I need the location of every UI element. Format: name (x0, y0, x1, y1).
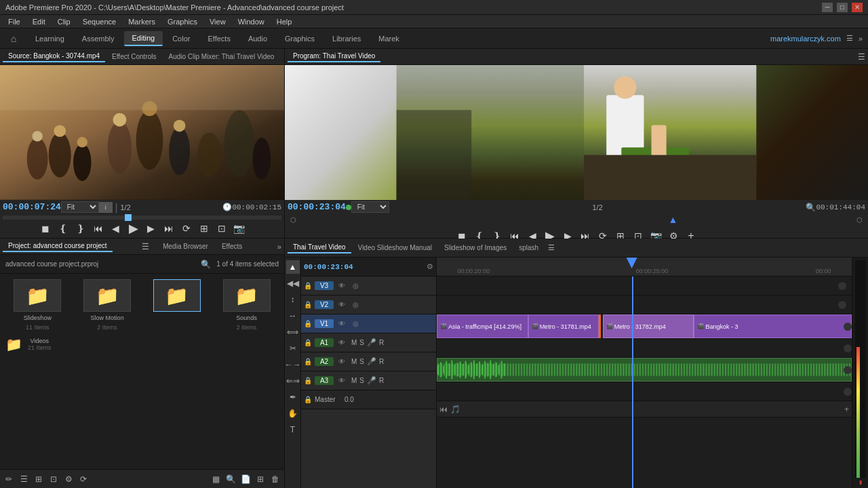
a3-m-btn[interactable]: M (351, 377, 357, 384)
clip-bangkok[interactable]: 🎬 Bangkok - 3 (694, 314, 852, 338)
program-zoom-icon[interactable]: 🔍 (806, 203, 816, 212)
timeline-timecode[interactable]: 00:00:23:04 (304, 263, 365, 271)
track-v3-end-handle[interactable] (838, 282, 846, 290)
track-a3-end-handle[interactable] (844, 388, 852, 396)
ws-tab-effects[interactable]: Effects (199, 32, 238, 45)
menu-sequence[interactable]: Sequence (77, 16, 122, 27)
timeline-panel-menu[interactable]: ☰ (548, 243, 555, 252)
project-videos-row[interactable]: 📁 Videos 21 Items (5, 333, 279, 355)
source-overwrite-btn[interactable]: ⊡ (215, 222, 229, 235)
ripple-edit-tool[interactable]: ↕ (286, 293, 300, 306)
clip-metro-31781[interactable]: 🎬 Metro - 31781.mp4 (528, 314, 599, 338)
program-tab[interactable]: Program: Thai Travel Video (288, 51, 380, 62)
master-lock-icon[interactable]: 🔒 (304, 396, 312, 403)
razor-tool[interactable]: ✂ (286, 342, 300, 355)
source-scrub-thumb[interactable] (125, 214, 132, 221)
a3-eye-icon[interactable]: 👁 (336, 375, 347, 386)
source-mark-out-btn[interactable]: ❵ (74, 222, 87, 235)
v2-target-icon[interactable]: ◎ (350, 300, 361, 310)
project-item-slideshow[interactable]: 📁 Slideshow 11 Items (5, 279, 70, 331)
effects-tab[interactable]: Effects (216, 241, 248, 251)
slide-view-button[interactable]: ▦ (210, 473, 222, 485)
slide-tool[interactable]: ⇐⇒ (286, 374, 300, 388)
clip-metro-31782[interactable]: 🎬 Metro - 31782.mp4 (603, 314, 694, 338)
menu-view[interactable]: View (204, 16, 231, 27)
a1-lock-icon[interactable]: 🔒 (304, 339, 312, 346)
ws-tab-editing[interactable]: Editing (124, 31, 163, 46)
v2-eye-icon[interactable]: 👁 (336, 300, 347, 310)
new-item-button[interactable]: 📄 (239, 473, 252, 485)
workspace-menu-icon[interactable]: ☰ (846, 34, 853, 43)
source-step-back-btn[interactable]: ◀ (109, 222, 123, 235)
track-a1-end-handle[interactable] (844, 344, 852, 352)
source-scrub-bar[interactable] (3, 216, 281, 220)
v1-target-icon[interactable]: ◎ (350, 319, 361, 329)
menu-window[interactable]: Window (233, 16, 270, 27)
minimize-button[interactable]: ─ (822, 3, 833, 12)
source-play-btn[interactable]: ▶ (127, 222, 140, 235)
ws-tab-audio[interactable]: Audio (240, 32, 275, 45)
v2-lock-icon[interactable]: 🔒 (304, 301, 312, 308)
source-tab-audio-mixer[interactable]: Audio Clip Mixer: Thai Travel Video (163, 52, 280, 62)
a2-r-btn[interactable]: R (379, 358, 384, 365)
ws-tab-libraries[interactable]: Libraries (324, 32, 369, 45)
project-item-slow-motion[interactable]: 📁 Slow Motion 2 Items (75, 279, 140, 331)
track-v2-end-handle[interactable] (838, 301, 846, 309)
a3-r-btn[interactable]: R (379, 377, 384, 384)
tl-mark-btn[interactable]: 🎵 (450, 405, 460, 414)
rate-stretch-tool[interactable]: ⟺ (286, 325, 300, 339)
audio-waveform-clip[interactable] (437, 358, 852, 382)
search-button[interactable]: 🔍 (224, 473, 237, 485)
source-go-out-btn[interactable]: ⏭ (162, 222, 176, 235)
list-view-button[interactable]: ☰ (18, 473, 30, 485)
program-timecode[interactable]: 00:00:23:04 (288, 202, 346, 212)
pen-tool[interactable]: ✒ (286, 390, 300, 404)
source-safe-margins-button[interactable]: i (99, 202, 113, 213)
menu-markers[interactable]: Markers (123, 16, 161, 27)
ws-tab-learning[interactable]: Learning (27, 32, 73, 45)
track-select-tool[interactable]: ◀◀ (286, 277, 300, 290)
ws-tab-assembly[interactable]: Assembly (74, 32, 123, 45)
menu-edit[interactable]: Edit (27, 16, 51, 27)
a2-eye-icon[interactable]: 👁 (336, 357, 347, 367)
clear-button[interactable]: ⊞ (254, 473, 267, 485)
slip-tool[interactable]: ←→ (286, 358, 300, 371)
v1-eye-icon[interactable]: 👁 (336, 319, 347, 329)
menu-graphics[interactable]: Graphics (162, 16, 203, 27)
source-tab-effect-controls[interactable]: Effect Controls (106, 52, 161, 62)
type-tool[interactable]: T (286, 423, 300, 436)
ws-tab-graphics[interactable]: Graphics (277, 32, 323, 45)
source-insert-btn[interactable]: ⊞ (197, 222, 211, 235)
timeline-tab-splash[interactable]: splash (513, 243, 544, 253)
icon-view-button[interactable]: ⊞ (33, 473, 45, 485)
source-tab-bangkok[interactable]: Source: Bangkok - 30744.mp4 (3, 51, 105, 62)
a1-mic-icon[interactable]: 🎤 (367, 338, 376, 347)
a1-m-btn[interactable]: M (351, 339, 357, 346)
workspace-expand-icon[interactable]: » (859, 35, 863, 43)
project-item-sounds[interactable]: 📁 Sounds 2 Items (214, 279, 279, 331)
close-button[interactable]: ✕ (852, 3, 863, 12)
timeline-tab-slideshow-manual[interactable]: Video Slideshow Manual (353, 243, 437, 253)
menu-clip[interactable]: Clip (52, 16, 76, 27)
project-panel-menu[interactable]: ☰ (142, 242, 149, 251)
media-browser-tab[interactable]: Media Browser (157, 241, 214, 251)
program-fit-select[interactable]: Fit 25% 50% 100% (351, 201, 389, 213)
timeline-tab-thai[interactable]: Thai Travel Video (288, 242, 351, 253)
sort-button[interactable]: ⚙ (62, 473, 75, 485)
timeline-tab-slideshow-images[interactable]: Slideshow of Images (439, 243, 512, 253)
a3-mic-icon[interactable]: 🎤 (367, 376, 376, 385)
a3-lock-icon[interactable]: 🔒 (304, 377, 312, 384)
timeline-settings-icon[interactable]: ⚙ (427, 262, 433, 271)
a2-m-btn[interactable]: M (351, 358, 357, 365)
a1-eye-icon[interactable]: 👁 (336, 338, 347, 348)
program-panel-menu[interactable]: ☰ (858, 52, 865, 62)
source-timecode[interactable]: 00:00:07:24 (3, 202, 61, 212)
clip-asia-traffic[interactable]: 🎬 Asia - trafficmp4 [414.29%] (437, 314, 528, 338)
maximize-button[interactable]: □ (837, 3, 848, 12)
ws-tab-marek[interactable]: Marek (370, 32, 408, 45)
source-stop-btn[interactable]: ◼ (39, 222, 52, 235)
track-a2-end-handle[interactable] (844, 366, 852, 374)
source-go-in-btn[interactable]: ⏮ (92, 222, 105, 235)
menu-file[interactable]: File (3, 16, 26, 27)
menu-help[interactable]: Help (271, 16, 298, 27)
